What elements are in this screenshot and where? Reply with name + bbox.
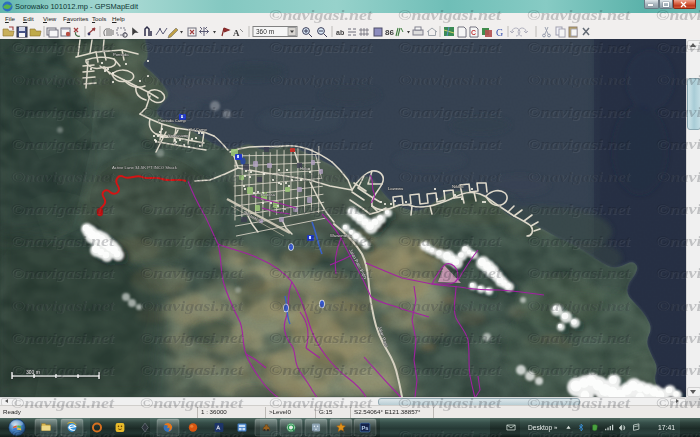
svg-text:A: A xyxy=(233,28,240,38)
svg-text:Desktop: Desktop xyxy=(528,424,553,432)
svg-text:Old Camp: Old Camp xyxy=(188,127,208,132)
svg-text:17:41: 17:41 xyxy=(658,424,675,431)
svg-text:Lawewu: Lawewu xyxy=(388,186,404,191)
svg-text:Pontada Camp: Pontada Camp xyxy=(158,118,187,123)
svg-text:C: C xyxy=(471,29,476,36)
svg-text:Wawondula: Wawondula xyxy=(330,233,352,238)
svg-text:ab: ab xyxy=(336,29,344,36)
svg-text:Salonsa: Salonsa xyxy=(260,192,276,197)
svg-text:86: 86 xyxy=(385,28,394,37)
svg-text:300 m: 300 m xyxy=(26,369,40,375)
svg-text:Ps: Ps xyxy=(361,425,368,431)
svg-text:Helai: Helai xyxy=(300,166,310,171)
svg-text:Sumasang: Sumasang xyxy=(168,133,189,138)
svg-text:360 m: 360 m xyxy=(256,28,274,35)
svg-text:Pontada: Pontada xyxy=(113,52,129,57)
svg-text:Nikkel: Nikkel xyxy=(452,184,463,189)
svg-text:Active Lane 34.5K PT INCO Shac: Active Lane 34.5K PT INCO Shack xyxy=(112,165,178,170)
svg-text:G: G xyxy=(496,27,503,38)
